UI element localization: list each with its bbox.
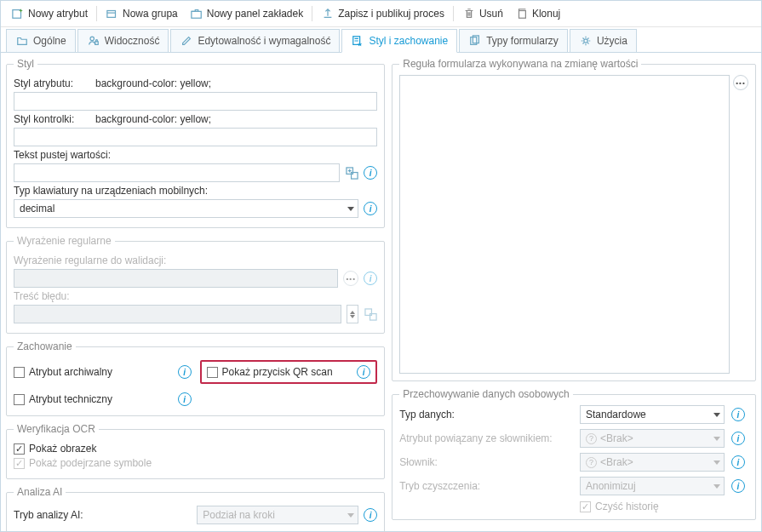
new-panel-button[interactable]: Nowy panel zakładek: [185, 4, 308, 23]
technical-checkbox[interactable]: Atrybut techniczny: [14, 393, 112, 405]
info-icon[interactable]: i: [357, 365, 370, 379]
checkbox-box: [14, 367, 25, 378]
chevron-down-icon: [347, 513, 354, 518]
err-label: Treść błędu:: [14, 290, 70, 302]
clean-mode-label: Tryb czyszczenia:: [399, 480, 573, 492]
dict-attr-value: <Brak>: [600, 432, 633, 444]
archive-checkbox[interactable]: Atrybut archiwalny: [14, 366, 112, 378]
attr-style-input[interactable]: [14, 92, 377, 111]
translate-icon[interactable]: [345, 166, 358, 180]
ctrl-style-input[interactable]: [14, 128, 377, 146]
left-column: Styl Styl atrybutu: background-color: ye…: [6, 58, 385, 523]
upload-icon: [321, 7, 335, 20]
save-publish-button[interactable]: Zapisz i publikuj proces: [316, 4, 450, 23]
trash-icon: [462, 7, 476, 20]
info-icon[interactable]: i: [364, 202, 377, 215]
svg-rect-5: [95, 42, 98, 45]
empty-text-input[interactable]: [14, 163, 340, 182]
person-lock-icon: [87, 34, 100, 48]
qr-scan-checkbox[interactable]: Pokaż przycisk QR scan: [207, 366, 333, 378]
tab-label: Styl i zachowanie: [369, 35, 448, 47]
tab-editability[interactable]: Edytowalność i wymagalność: [170, 29, 340, 52]
tab-visibility[interactable]: Widoczność: [77, 29, 169, 52]
tab-style[interactable]: Styl i zachowanie: [341, 29, 457, 53]
info-icon[interactable]: i: [364, 166, 377, 180]
clean-mode-value: Anonimizuj: [586, 480, 636, 492]
tab-bar: Ogólne Widoczność Edytowalność i wymagal…: [1, 27, 761, 53]
info-icon[interactable]: i: [731, 479, 745, 493]
group-legend: Analiza AI: [14, 486, 66, 498]
question-icon: ?: [586, 457, 597, 468]
checkbox-box: [580, 501, 591, 512]
show-image-checkbox[interactable]: Pokaż obrazek: [14, 443, 96, 455]
info-icon[interactable]: i: [731, 432, 745, 445]
checkbox-box: [207, 367, 218, 378]
group-legend: Przechowywanie danych osobowych: [399, 388, 572, 400]
plus-box-icon: [11, 7, 25, 20]
toolbar-label: Nowa grupa: [123, 8, 178, 20]
kb-type-label: Typ klawiatury na urządzeniach mobilnych…: [14, 185, 208, 197]
attr-style-label: Styl atrybutu:: [14, 77, 90, 89]
kb-type-select[interactable]: decimal: [14, 199, 358, 218]
toolbar: Nowy atrybut Nowa grupa Nowy panel zakła…: [1, 1, 761, 27]
checkbox-label: Pokaż podejrzane symbole: [29, 457, 152, 469]
group-icon: [106, 7, 119, 20]
svg-rect-1: [107, 11, 116, 18]
tab-usage[interactable]: Użycia: [570, 29, 637, 52]
chevron-down-icon: [347, 207, 354, 211]
svg-rect-3: [519, 11, 525, 19]
gear-icon: [579, 34, 593, 48]
group-legend: Wyrażenie regularne: [14, 235, 115, 247]
tab-general[interactable]: Ogólne: [6, 29, 76, 52]
clone-button[interactable]: Klonuj: [510, 4, 565, 23]
toolbar-label: Nowy panel zakładek: [207, 8, 303, 20]
info-icon: i: [364, 272, 377, 285]
tab-form-types[interactable]: Typy formularzy: [459, 29, 568, 52]
group-legend: Weryfikacja OCR: [14, 423, 99, 435]
suspect-symbols-checkbox: Pokaż podejrzane symbole: [14, 457, 152, 469]
style-group: Styl Styl atrybutu: background-color: ye…: [6, 58, 385, 228]
chevron-down-icon: [713, 437, 720, 441]
info-icon[interactable]: i: [178, 392, 192, 406]
ctrl-style-label: Styl kontrolki:: [14, 113, 90, 125]
svg-point-9: [584, 39, 587, 43]
checkbox-label: Atrybut techniczny: [29, 393, 112, 405]
svg-rect-12: [365, 308, 372, 315]
svg-rect-13: [370, 313, 376, 320]
toolbar-label: Zapisz i publikuj proces: [338, 8, 444, 20]
attr-style-value: background-color: yellow;: [95, 77, 211, 89]
regex-label: Wyrażenie regularne do walidacji:: [14, 255, 166, 266]
err-input: [14, 305, 341, 323]
checkbox-box: [14, 394, 25, 405]
ai-mode-value: Podział na kroki: [203, 509, 275, 521]
form-star-icon: [351, 34, 364, 48]
info-icon[interactable]: i: [731, 455, 745, 469]
info-icon[interactable]: i: [731, 408, 745, 421]
tabs-icon: [190, 7, 203, 20]
checkbox-label: Pokaż przycisk QR scan: [222, 366, 333, 378]
ellipsis-button[interactable]: •••: [733, 75, 748, 90]
tab-label: Użycia: [597, 35, 627, 47]
new-group-button[interactable]: Nowa grupa: [100, 4, 183, 23]
info-icon[interactable]: i: [178, 365, 192, 379]
svg-rect-2: [192, 11, 201, 18]
svg-rect-11: [351, 172, 358, 179]
group-legend: Styl: [14, 58, 37, 70]
new-attribute-button[interactable]: Nowy atrybut: [6, 4, 93, 23]
regex-input: [14, 269, 338, 288]
data-type-select[interactable]: Standardowe: [580, 405, 725, 424]
dict-attr-label: Atrybut powiązany ze słownikiem:: [399, 432, 573, 444]
info-icon[interactable]: i: [364, 508, 377, 522]
formula-textarea[interactable]: [399, 75, 730, 374]
tab-label: Widoczność: [105, 35, 160, 47]
checkbox-box: [14, 443, 25, 455]
behavior-group: Zachowanie Atrybut archiwalny i Poka: [6, 340, 385, 416]
dict-value: <Brak>: [600, 456, 633, 468]
delete-button[interactable]: Usuń: [457, 4, 508, 23]
chevron-down-icon: [713, 484, 720, 489]
empty-text-label: Tekst pustej wartości:: [14, 149, 111, 161]
ai-mode-select: Podział na kroki: [197, 506, 358, 524]
checkbox-label: Pokaż obrazek: [29, 443, 96, 455]
clean-mode-select: Anonimizuj: [580, 477, 725, 495]
svg-point-4: [90, 37, 94, 40]
